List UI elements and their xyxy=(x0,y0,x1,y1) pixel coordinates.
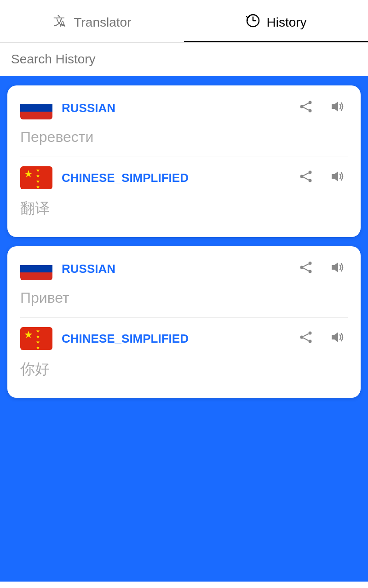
target-lang-row-1: ★ ★ ★ ★ ★ CHINESE_SIMPLIFIED xyxy=(20,166,348,189)
svg-marker-20 xyxy=(332,262,338,272)
translate-icon: 文 A xyxy=(52,13,68,32)
volume-icon-source-1 xyxy=(329,99,344,114)
share-icon-source-2 xyxy=(299,260,313,274)
history-list: RUSSIAN Перевести xyxy=(0,76,368,582)
svg-line-25 xyxy=(303,338,308,340)
tab-history[interactable]: History xyxy=(184,0,368,42)
svg-line-19 xyxy=(303,268,308,271)
card-divider-2 xyxy=(20,317,348,318)
svg-line-6 xyxy=(303,103,308,106)
target-lang-name-2: CHINESE_SIMPLIFIED xyxy=(62,332,286,346)
svg-point-21 xyxy=(309,331,312,334)
cn-star-main-1: ★ xyxy=(24,169,33,179)
history-card-2: RUSSIAN Привет xyxy=(7,246,361,398)
svg-point-11 xyxy=(309,179,312,182)
flag-chinese-2: ★ ★ ★ ★ ★ xyxy=(20,327,52,350)
svg-text:A: A xyxy=(60,19,65,28)
flag-russian-1 xyxy=(20,96,52,119)
tab-translator-label: Translator xyxy=(74,15,131,30)
svg-point-9 xyxy=(309,170,312,174)
card-divider-1 xyxy=(20,157,348,157)
flag-russian-2 xyxy=(20,257,52,280)
svg-marker-8 xyxy=(332,102,338,112)
cn-stars-small-2: ★ ★ ★ ★ xyxy=(36,329,40,350)
volume-button-source-1[interactable] xyxy=(326,97,348,119)
target-text-1: 翻译 xyxy=(20,194,348,226)
tab-history-label: History xyxy=(266,15,306,30)
volume-icon-target-1 xyxy=(329,169,344,184)
history-icon xyxy=(245,13,261,32)
source-text-1: Перевести xyxy=(20,124,348,153)
svg-point-16 xyxy=(300,266,304,269)
svg-line-12 xyxy=(303,173,308,175)
svg-point-4 xyxy=(300,105,304,108)
share-button-target-2[interactable] xyxy=(295,328,316,349)
target-text-2: 你好 xyxy=(20,355,348,387)
share-icon-source-1 xyxy=(299,100,313,113)
svg-point-17 xyxy=(309,270,312,273)
cn-stars-small-1: ★ ★ ★ ★ xyxy=(36,168,40,189)
tab-bar: 文 A Translator History xyxy=(0,0,368,43)
svg-marker-26 xyxy=(332,332,338,342)
target-lang-row-2: ★ ★ ★ ★ ★ CHINESE_SIMPLIFIED xyxy=(20,327,348,350)
svg-line-7 xyxy=(303,107,308,110)
svg-line-18 xyxy=(303,264,308,266)
svg-marker-14 xyxy=(332,171,338,181)
svg-line-24 xyxy=(303,334,308,336)
search-input[interactable] xyxy=(11,52,357,67)
svg-point-5 xyxy=(309,109,312,112)
source-text-2: Привет xyxy=(20,285,348,314)
share-button-source-1[interactable] xyxy=(295,98,316,119)
svg-point-15 xyxy=(309,261,312,265)
svg-point-3 xyxy=(309,101,312,104)
svg-point-22 xyxy=(300,335,304,339)
source-lang-name-1: RUSSIAN xyxy=(62,101,286,115)
svg-point-23 xyxy=(309,339,312,343)
share-button-source-2[interactable] xyxy=(295,259,316,279)
svg-line-13 xyxy=(303,177,308,180)
volume-button-target-1[interactable] xyxy=(326,167,348,189)
share-icon-target-2 xyxy=(299,330,313,344)
source-lang-name-2: RUSSIAN xyxy=(62,262,286,276)
source-lang-row-1: RUSSIAN xyxy=(20,96,348,119)
cn-star-main-2: ★ xyxy=(24,330,33,340)
volume-button-target-2[interactable] xyxy=(326,328,348,350)
volume-icon-source-2 xyxy=(329,260,344,275)
search-bar xyxy=(0,43,368,76)
share-icon-target-1 xyxy=(299,170,313,183)
share-button-target-1[interactable] xyxy=(295,168,316,188)
volume-icon-target-2 xyxy=(329,330,344,345)
history-card-1: RUSSIAN Перевести xyxy=(7,85,361,237)
source-lang-row-2: RUSSIAN xyxy=(20,257,348,280)
flag-chinese-1: ★ ★ ★ ★ ★ xyxy=(20,166,52,189)
tab-translator[interactable]: 文 A Translator xyxy=(0,0,184,42)
target-lang-name-1: CHINESE_SIMPLIFIED xyxy=(62,171,286,185)
volume-button-source-2[interactable] xyxy=(326,258,348,280)
svg-point-10 xyxy=(300,175,304,178)
